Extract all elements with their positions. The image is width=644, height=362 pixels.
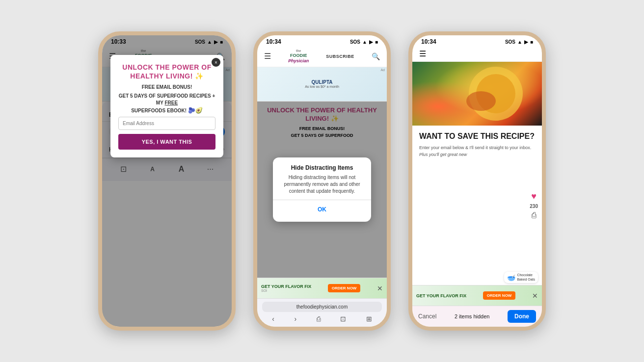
alert-title-2: Hide Distracting Items — [281, 164, 363, 171]
ad-close-button-3[interactable]: ✕ — [532, 292, 538, 300]
battery-icon-3: ■ — [530, 39, 533, 45]
signal-icon-2: ▲ — [362, 39, 367, 45]
tabs-button-2[interactable]: ⊞ — [363, 314, 375, 324]
site-logo-2: the FOODIE Physician — [288, 49, 309, 64]
popup-overlay-1: × UNLOCK THE POWER OF HEALTHY LIVING! ✨ … — [102, 35, 232, 327]
hidden-count-3: 2 items hidden — [455, 313, 490, 319]
popup-subtitle-1: FREE EMAIL BONUS! — [118, 84, 215, 90]
browser-bar-2: thefoodiephysician.com ‹ › ⎙ ⊡ ⊞ — [257, 298, 387, 327]
back-button-2[interactable]: ‹ — [269, 314, 277, 324]
alert-divider-2 — [273, 200, 371, 200]
recipe-desc-3: Enter your email below & I'll send it st… — [419, 145, 535, 158]
ad-bottom-text-3: GET YOUR FLAVOR FIX — [416, 293, 466, 298]
phone-2: 10:34 SOS ▲ ▶ ■ ☰ the FOODIE Physician S… — [253, 31, 391, 331]
soi-label-2: SOI — [261, 289, 311, 292]
url-bar-2[interactable]: thefoodiephysician.com — [262, 302, 382, 312]
ad-brand-2: QULIPTA — [305, 79, 339, 85]
food-svg-3 — [412, 62, 542, 126]
ad-banner-2: Ad QULIPTA As low as $0* a month — [257, 67, 387, 102]
recipe-badge-3: 🥣 Chocolate Baked Oats — [504, 272, 538, 283]
alert-message-2: Hiding distracting items will not perman… — [281, 174, 363, 195]
phone-3: 10:34 SOS ▲ ▶ ■ ☰ WANT TO SAVE THIS R — [408, 31, 546, 331]
subscribe-link-2[interactable]: SUBSCRIBE — [326, 54, 354, 59]
ad-bottom-text-2: GET YOUR FLAVOR FIX — [261, 284, 311, 289]
order-now-button-2[interactable]: ORDER NOW — [328, 284, 361, 292]
forward-button-2[interactable]: › — [291, 314, 299, 324]
bookmarks-button-2[interactable]: ⊡ — [337, 314, 349, 324]
reader-bottom-3: Cancel 2 items hidden Done — [412, 306, 542, 327]
status-bar-3: 10:34 SOS ▲ ▶ ■ — [412, 35, 542, 46]
ad-bottom-3: GET YOUR FLAVOR FIX ORDER NOW ✕ — [412, 285, 542, 306]
hamburger-icon-2[interactable]: ☰ — [264, 52, 271, 61]
order-now-button-3[interactable]: ORDER NOW — [483, 291, 516, 300]
done-button-3[interactable]: Done — [508, 310, 536, 323]
status-bar-2: 10:34 SOS ▲ ▶ ■ — [257, 35, 387, 46]
email-input-1[interactable] — [118, 117, 215, 130]
status-icons-2: SOS ▲ ▶ ■ — [350, 39, 378, 45]
reader-content-3: WANT TO SAVE THIS RECIPE? Enter your ema… — [412, 126, 542, 285]
battery-icon-2: ■ — [375, 39, 378, 45]
popup-title-1: UNLOCK THE POWER OF HEALTHY LIVING! ✨ — [118, 63, 215, 80]
wifi-icon-3: ▶ — [524, 39, 528, 45]
ad-close-button-2[interactable]: ✕ — [377, 284, 383, 292]
sos-label-3: SOS — [505, 39, 515, 45]
wifi-icon-2: ▶ — [369, 39, 373, 45]
alert-box-2: Hide Distracting Items Hiding distractin… — [273, 157, 371, 222]
time-3: 10:34 — [421, 38, 436, 45]
sos-label-2: SOS — [350, 39, 360, 45]
alert-ok-button-2[interactable]: OK — [281, 204, 363, 215]
oats-icon-3: 🥣 — [507, 274, 515, 282]
time-2: 10:34 — [266, 38, 281, 45]
recipe-title-3: WANT TO SAVE THIS RECIPE? — [419, 131, 535, 141]
menu-icon-3[interactable]: ☰ — [419, 49, 426, 58]
cancel-button-3[interactable]: Cancel — [418, 313, 436, 320]
share-button-2[interactable]: ⎙ — [314, 314, 323, 324]
food-image-3 — [412, 62, 542, 126]
popup-1: × UNLOCK THE POWER OF HEALTHY LIVING! ✨ … — [110, 55, 223, 157]
site-header-2: ☰ the FOODIE Physician SUBSCRIBE 🔍 — [257, 46, 387, 67]
browser-nav-2: ‹ › ⎙ ⊡ ⊞ — [262, 312, 382, 324]
side-actions-3: ♥ 230 ⎙ — [530, 191, 538, 220]
signal-icon-3: ▲ — [517, 39, 522, 45]
reader-header-3: ☰ — [412, 46, 542, 62]
status-icons-3: SOS ▲ ▶ ■ — [505, 39, 533, 45]
heart-button-3[interactable]: ♥ — [531, 191, 537, 202]
popup-close-1[interactable]: × — [212, 58, 220, 67]
share-button-3[interactable]: ⎙ — [532, 211, 537, 220]
alert-overlay-2: Hide Distracting Items Hiding distractin… — [257, 102, 387, 278]
popup-body-1: GET 5 DAYS OF SUPERFOOD RECIPES + MY FRE… — [118, 93, 215, 115]
ad-tagline-2: As low as $0* a month — [305, 85, 339, 88]
ad-label-2: Ad — [380, 68, 385, 72]
phone-1: 10:33 SOS ▲ ▶ ■ ☰ the FOODIE Physician S… — [98, 31, 236, 331]
ad-bottom-2: GET YOUR FLAVOR FIX SOI ORDER NOW ✕ — [257, 278, 387, 298]
search-icon-2[interactable]: 🔍 — [372, 52, 380, 60]
cta-button-1[interactable]: YES, I WANT THIS — [118, 134, 215, 150]
popup-bg-2: UNLOCK THE POWER OF HEALTHY LIVING! ✨ FR… — [257, 102, 387, 278]
svg-point-2 — [466, 91, 496, 111]
heart-count-3: 230 — [530, 204, 538, 209]
